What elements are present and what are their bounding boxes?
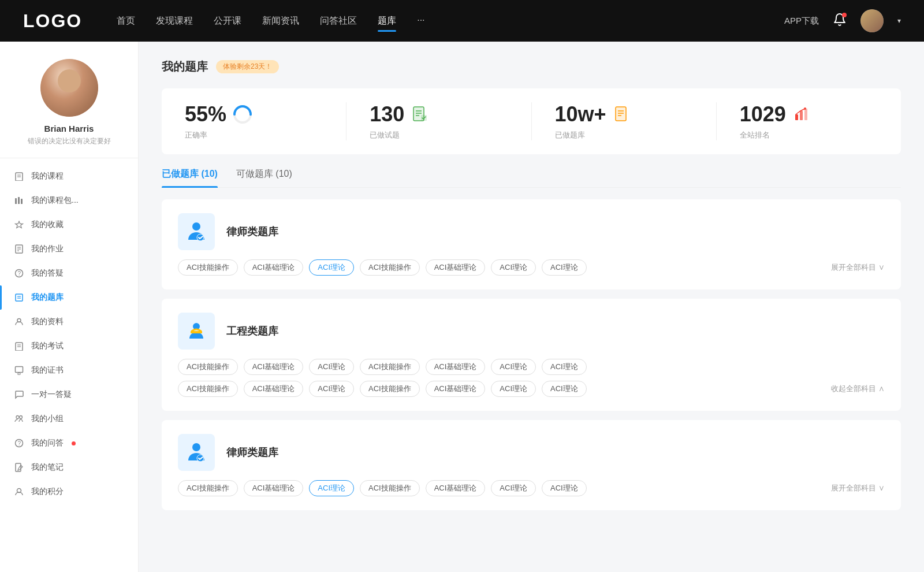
notification-bell[interactable]: [833, 13, 847, 29]
trial-badge: 体验剩余23天！: [216, 60, 279, 73]
chart-red-icon: [792, 104, 813, 125]
eng-tag-1[interactable]: ACI基础理论: [244, 359, 304, 375]
eng-tag-0[interactable]: ACI技能操作: [178, 359, 238, 375]
expand-link-lawyer2[interactable]: 展开全部科目 ∨: [831, 483, 885, 493]
tag-6[interactable]: ACI理论: [542, 259, 587, 276]
qbank-lawyer2-title: 律师类题库: [226, 445, 278, 459]
stats-card: 55% 正确率 130: [162, 88, 901, 154]
tag-4[interactable]: ACI基础理论: [426, 259, 486, 276]
law2-tag-2[interactable]: ACI理论: [309, 480, 354, 496]
user-dropdown-arrow[interactable]: ▾: [897, 17, 901, 25]
tab-done[interactable]: 已做题库 (10): [162, 168, 218, 187]
eng-tag-2[interactable]: ACI理论: [309, 359, 354, 375]
sidebar-item-onetoone[interactable]: 一对一答疑: [0, 382, 138, 407]
sidebar-item-exams[interactable]: 我的考试: [0, 334, 138, 358]
svg-rect-47: [191, 331, 202, 333]
tag-0[interactable]: ACI技能操作: [178, 259, 238, 276]
eng-tag2-0[interactable]: ACI技能操作: [178, 381, 238, 397]
svg-point-44: [192, 222, 200, 231]
sidebar-label-groups: 我的小组: [31, 414, 64, 424]
nav-link-more[interactable]: ···: [417, 13, 424, 29]
sidebar-item-groups[interactable]: 我的小组: [0, 407, 138, 431]
law2-tag-6[interactable]: ACI理论: [542, 480, 587, 496]
svg-rect-19: [16, 367, 23, 373]
tag-1[interactable]: ACI基础理论: [244, 259, 304, 276]
svg-point-21: [16, 416, 19, 419]
nav-link-opencourse[interactable]: 公开课: [214, 13, 241, 29]
exams-icon: [14, 341, 24, 351]
qbank-card-lawyer2: 律师类题库 ACI技能操作 ACI基础理论 ACI理论 ACI技能操作 ACI基…: [162, 420, 901, 510]
nav-link-news[interactable]: 新闻资讯: [262, 13, 299, 29]
expand-link-lawyer1[interactable]: 展开全部科目 ∨: [831, 262, 885, 273]
nav-link-discover[interactable]: 发现课程: [156, 13, 193, 29]
doc-orange-icon: [612, 104, 633, 125]
qbank-lawyer2-icon: [178, 434, 215, 471]
sidebar-item-mydata[interactable]: 我的资料: [0, 310, 138, 334]
notification-red-dot: [72, 441, 76, 445]
law2-tag-5[interactable]: ACI理论: [491, 480, 536, 496]
sidebar-item-homework[interactable]: 我的作业: [0, 237, 138, 261]
questions-icon: ?: [14, 268, 24, 278]
law2-tag-4[interactable]: ACI基础理论: [426, 480, 486, 496]
qbank-engineer1-title: 工程类题库: [226, 324, 278, 338]
eng-tag2-5[interactable]: ACI理论: [491, 381, 536, 397]
collapse-link-engineer1[interactable]: 收起全部科目 ∧: [831, 384, 885, 394]
tag-3[interactable]: ACI技能操作: [360, 259, 420, 276]
sidebar-item-notes[interactable]: 我的笔记: [0, 455, 138, 480]
sidebar-menu: 我的课程 我的课程包... 我的收藏 我的作业: [0, 164, 138, 504]
svg-point-20: [18, 373, 20, 375]
sidebar-item-coursepack[interactable]: 我的课程包...: [0, 188, 138, 213]
courses-icon: [14, 171, 24, 181]
nav-right: APP下载 ▾: [784, 9, 901, 32]
nav-links: 首页 发现课程 公开课 新闻资讯 问答社区 题库 ···: [117, 13, 784, 29]
eng-tag2-4[interactable]: ACI基础理论: [426, 381, 486, 397]
stat-done-questions: 130 已做试题: [346, 102, 531, 140]
svg-rect-42: [804, 109, 807, 120]
eng-tag2-1[interactable]: ACI基础理论: [244, 381, 304, 397]
nav-link-qa[interactable]: 问答社区: [320, 13, 357, 29]
stat-done-banks-label: 已做题库: [555, 130, 585, 140]
page-header: 我的题库 体验剩余23天！: [162, 59, 901, 75]
sidebar-item-certs[interactable]: 我的证书: [0, 358, 138, 382]
tabs: 已做题库 (10) 可做题库 (10): [162, 168, 901, 188]
sidebar-item-favorites[interactable]: 我的收藏: [0, 213, 138, 237]
sidebar-label-favorites: 我的收藏: [31, 220, 64, 230]
law2-tag-1[interactable]: ACI基础理论: [244, 480, 304, 496]
main-content: 我的题库 体验剩余23天！ 55% 正确率 13: [139, 42, 924, 572]
svg-rect-12: [16, 294, 23, 301]
profile-motto: 错误的决定比没有决定要好: [28, 136, 111, 146]
law2-tag-0[interactable]: ACI技能操作: [178, 480, 238, 496]
eng-tag-5[interactable]: ACI理论: [491, 359, 536, 375]
nav-link-home[interactable]: 首页: [117, 13, 135, 29]
eng-tag2-2[interactable]: ACI理论: [309, 381, 354, 397]
stat-accuracy-row: 55%: [185, 102, 253, 127]
nav-link-qbank[interactable]: 题库: [378, 13, 396, 29]
profile-name: Brian Harris: [44, 124, 94, 133]
sidebar-item-myquestions[interactable]: ? 我的问答: [0, 431, 138, 455]
eng-tag-3[interactable]: ACI技能操作: [360, 359, 420, 375]
qbank-engineer1-icon: [178, 313, 215, 350]
tab-available[interactable]: 可做题库 (10): [236, 168, 292, 187]
tag-5[interactable]: ACI理论: [491, 259, 536, 276]
sidebar-item-points[interactable]: 我的积分: [0, 480, 138, 504]
nav-logo: LOGO: [23, 10, 82, 32]
law2-tag-3[interactable]: ACI技能操作: [360, 480, 420, 496]
mydata-icon: [14, 317, 24, 327]
page-wrapper: Brian Harris 错误的决定比没有决定要好 我的课程 我的课程包...: [0, 42, 924, 572]
eng-tag2-6[interactable]: ACI理论: [542, 381, 587, 397]
eng-tag-6[interactable]: ACI理论: [542, 359, 587, 375]
sidebar-item-courses[interactable]: 我的课程: [0, 164, 138, 188]
qbank-card-lawyer1-header: 律师类题库: [178, 213, 885, 250]
sidebar-item-questions[interactable]: ? 我的答疑: [0, 261, 138, 285]
qbank-card-lawyer1: 律师类题库 ACI技能操作 ACI基础理论 ACI理论 ACI技能操作 ACI基…: [162, 199, 901, 289]
avatar-image: [860, 9, 884, 32]
eng-tag-4[interactable]: ACI基础理论: [426, 359, 486, 375]
qbank-lawyer2-tags: ACI技能操作 ACI基础理论 ACI理论 ACI技能操作 ACI基础理论 AC…: [178, 480, 885, 496]
app-download-button[interactable]: APP下载: [784, 16, 819, 27]
eng-tag2-3[interactable]: ACI技能操作: [360, 381, 420, 397]
tag-2[interactable]: ACI理论: [309, 259, 354, 276]
stat-done-questions-row: 130: [370, 102, 431, 127]
sidebar-item-qbank[interactable]: 我的题库: [0, 285, 138, 310]
user-avatar[interactable]: [860, 9, 884, 32]
stat-accuracy-value: 55%: [185, 102, 226, 127]
